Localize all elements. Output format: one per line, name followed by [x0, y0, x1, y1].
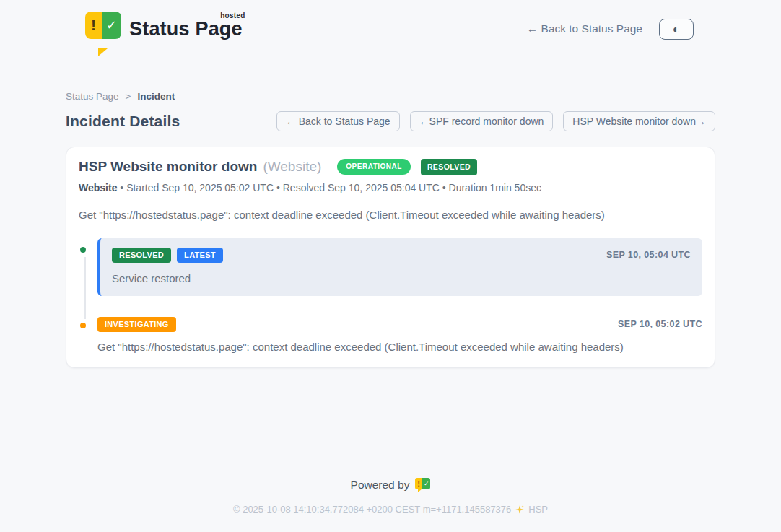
brand-superscript: hosted: [220, 12, 245, 19]
footer: Powered by ! ✓ © 2025-10-08 14:10:34.772…: [0, 478, 781, 532]
sparkle-icon: [515, 505, 525, 515]
copyright-line: © 2025-10-08 14:10:34.772084 +0200 CEST …: [0, 504, 781, 515]
breadcrumb-current: Incident: [137, 91, 175, 102]
brand-wordmark: Status Page hosted: [129, 18, 243, 40]
resolved-status-badge: RESOLVED: [421, 159, 477, 175]
meta-duration: Duration 1min 50sec: [449, 182, 541, 193]
page-title: Incident Details: [66, 113, 180, 130]
timeline-message: Service restored: [112, 272, 691, 284]
incident-nav-buttons: ← Back to Status Page ←SPF record monito…: [276, 111, 715, 131]
breadcrumb-root[interactable]: Status Page: [66, 91, 119, 102]
contrast-icon: ◐: [673, 23, 680, 35]
meta-separator: •: [442, 182, 446, 193]
timeline-entry-resolved: RESOLVED LATEST SEP 10, 05:04 UTC Servic…: [79, 238, 702, 296]
warning-exclamation-icon: !: [415, 478, 422, 489]
meta-separator: •: [276, 182, 280, 193]
copyright-brand: HSP: [528, 504, 548, 515]
powered-by-label: Powered by: [351, 479, 410, 492]
timeline-highlight-box: RESOLVED LATEST SEP 10, 05:04 UTC Servic…: [97, 238, 702, 296]
bubble-tail: [418, 489, 422, 492]
bubble-tail: [98, 48, 108, 56]
breadcrumb: Status Page > Incident: [66, 91, 715, 102]
timeline-dot-resolved: [78, 245, 88, 255]
brand-name: Status Page: [129, 18, 243, 40]
timeline-dot-investigating: [78, 320, 88, 331]
status-bubble-icon: ! ✓: [85, 12, 121, 46]
resolved-badge: RESOLVED: [112, 248, 171, 263]
meta-started: Started Sep 10, 2025 05:02 UTC: [126, 182, 274, 193]
latest-badge: LATEST: [177, 248, 223, 263]
incident-description: Get "https://hostedstatus.page": context…: [79, 209, 702, 221]
check-icon: ✓: [422, 478, 430, 489]
header-actions: ← Back to Status Page ◐: [527, 19, 694, 40]
powered-by-row[interactable]: Powered by ! ✓: [0, 478, 781, 492]
breadcrumb-separator: >: [126, 91, 131, 102]
status-bubble-icon-small: ! ✓: [415, 478, 430, 492]
brand-logo[interactable]: ! ✓ Status Page hosted: [85, 12, 243, 46]
header: ! ✓ Status Page hosted ← Back to Status …: [0, 0, 781, 46]
heading-row: Incident Details ← Back to Status Page ←…: [66, 111, 715, 131]
meta-separator: •: [120, 182, 123, 193]
copyright-text: © 2025-10-08 14:10:34.772084 +0200 CEST …: [233, 504, 511, 515]
timeline-timestamp: SEP 10, 05:02 UTC: [618, 319, 702, 329]
incident-service: (Website): [263, 159, 321, 175]
next-incident-button[interactable]: HSP Website monitor down→: [563, 111, 715, 131]
operational-status-badge: OPERATIONAL: [337, 159, 411, 175]
incident-title-row: HSP Website monitor down (Website) OPERA…: [79, 159, 702, 175]
timeline-message: Get "https://hostedstatus.page": context…: [97, 341, 702, 353]
meta-service-name: Website: [79, 182, 117, 193]
incident-meta: Website • Started Sep 10, 2025 05:02 UTC…: [79, 182, 702, 193]
main-content: Status Page > Incident Incident Details …: [66, 91, 715, 368]
theme-toggle-button[interactable]: ◐: [659, 19, 694, 40]
investigating-badge: INVESTIGATING: [97, 317, 176, 332]
meta-resolved: Resolved Sep 10, 2025 05:04 UTC: [283, 182, 440, 193]
warning-exclamation-icon: !: [85, 12, 102, 39]
timeline-timestamp: SEP 10, 05:04 UTC: [606, 250, 691, 260]
incident-timeline: RESOLVED LATEST SEP 10, 05:04 UTC Servic…: [79, 238, 702, 353]
back-to-status-page-button[interactable]: ← Back to Status Page: [276, 111, 400, 131]
incident-title: HSP Website monitor down: [79, 159, 257, 175]
check-icon: ✓: [102, 12, 121, 39]
prev-incident-button[interactable]: ←SPF record monitor down: [410, 111, 554, 131]
incident-card: HSP Website monitor down (Website) OPERA…: [66, 147, 715, 368]
header-back-link[interactable]: ← Back to Status Page: [527, 22, 642, 35]
timeline-entry-investigating: INVESTIGATING SEP 10, 05:02 UTC Get "htt…: [79, 317, 702, 353]
